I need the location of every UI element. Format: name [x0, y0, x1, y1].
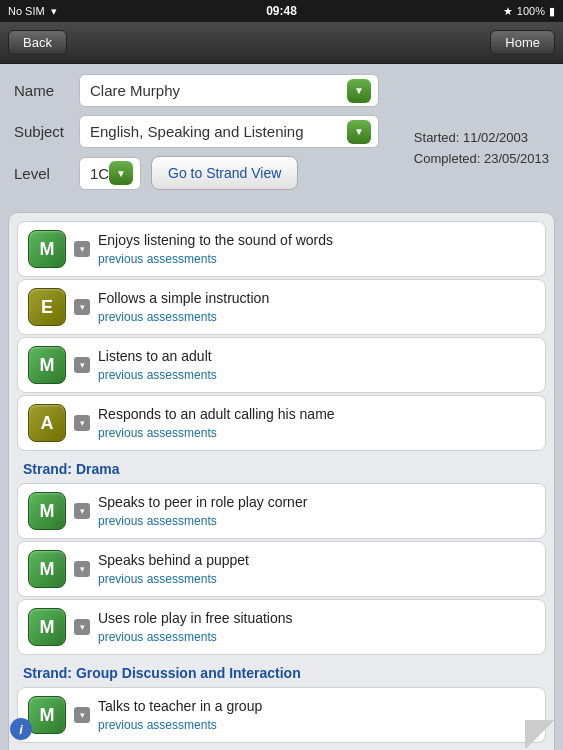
strand-view-button[interactable]: Go to Strand View — [151, 156, 298, 190]
level-controls: 1C ▼ Go to Strand View — [79, 156, 298, 190]
item-title: Follows a simple instruction — [98, 289, 535, 307]
battery-graphic: ▮ — [549, 5, 555, 18]
item-text-area: Responds to an adult calling his namepre… — [98, 405, 535, 441]
status-bar: No SIM ▾ 09:48 ★ 100% ▮ — [0, 0, 563, 22]
item-text-area: Uses role play in free situationspreviou… — [98, 609, 535, 645]
item-title: Talks to teacher in a group — [98, 697, 535, 715]
chevron-down-icon[interactable]: ▾ — [74, 707, 90, 723]
previous-assessments-link[interactable]: previous assessments — [98, 368, 217, 382]
list-item: M▾Listens to an adultprevious assessment… — [17, 337, 546, 393]
assessment-badge: M — [28, 550, 66, 588]
previous-assessments-link[interactable]: previous assessments — [98, 310, 217, 324]
previous-assessments-link[interactable]: previous assessments — [98, 572, 217, 586]
wifi-icon: ▾ — [51, 5, 57, 18]
started-label: Started: 11/02/2003 — [414, 128, 549, 149]
item-title: Responds to an adult calling his name — [98, 405, 535, 423]
item-title: Speaks behind a puppet — [98, 551, 535, 569]
subject-select-wrapper: English, Speaking and Listening ▼ — [79, 115, 379, 148]
item-title: Listens to an adult — [98, 347, 535, 365]
status-right: ★ 100% ▮ — [503, 5, 555, 18]
strand-label: Strand: Drama — [9, 453, 554, 481]
form-area: Name Clare Murphy ▼ Subject English, Spe… — [0, 64, 563, 208]
assessment-list[interactable]: M▾Enjoys listening to the sound of words… — [8, 212, 555, 750]
chevron-down-icon[interactable]: ▾ — [74, 561, 90, 577]
assessment-badge: M — [28, 696, 66, 734]
list-item: M▾Enjoys listening to the sound of words… — [17, 221, 546, 277]
assessment-badge: M — [28, 492, 66, 530]
previous-assessments-link[interactable]: previous assessments — [98, 718, 217, 732]
item-title: Uses role play in free situations — [98, 609, 535, 627]
battery-label: 100% — [517, 5, 545, 17]
item-text-area: Speaks behind a puppetprevious assessmen… — [98, 551, 535, 587]
chevron-down-icon[interactable]: ▾ — [74, 619, 90, 635]
level-select-wrapper: 1C ▼ — [79, 157, 141, 190]
item-text-area: Talks to teacher in a groupprevious asse… — [98, 697, 535, 733]
list-item: M▾Talks to teacher in a groupprevious as… — [17, 687, 546, 743]
item-text-area: Speaks to peer in role play cornerprevio… — [98, 493, 535, 529]
list-item: E▾Follows a simple instructionprevious a… — [17, 279, 546, 335]
assessment-badge: M — [28, 608, 66, 646]
previous-assessments-link[interactable]: previous assessments — [98, 426, 217, 440]
item-text-area: Enjoys listening to the sound of wordspr… — [98, 231, 535, 267]
item-title: Enjoys listening to the sound of words — [98, 231, 535, 249]
home-button[interactable]: Home — [490, 30, 555, 55]
list-item: M▾Speaks behind a puppetprevious assessm… — [17, 541, 546, 597]
previous-assessments-link[interactable]: previous assessments — [98, 514, 217, 528]
back-button[interactable]: Back — [8, 30, 67, 55]
assessment-badge: M — [28, 346, 66, 384]
info-icon[interactable]: i — [10, 718, 32, 740]
strand-label: Strand: Group Discussion and Interaction — [9, 657, 554, 685]
nav-bar: Back Home — [0, 22, 563, 64]
status-time: 09:48 — [266, 4, 297, 18]
assessment-badge: E — [28, 288, 66, 326]
carrier-label: No SIM — [8, 5, 45, 17]
item-text-area: Listens to an adultprevious assessments — [98, 347, 535, 383]
chevron-down-icon[interactable]: ▾ — [74, 299, 90, 315]
status-left: No SIM ▾ — [8, 5, 57, 18]
name-label: Name — [14, 82, 79, 99]
chevron-down-icon[interactable]: ▾ — [74, 503, 90, 519]
battery-icon: ★ — [503, 5, 513, 18]
completed-label: Completed: 23/05/2013 — [414, 149, 549, 170]
chevron-down-icon[interactable]: ▾ — [74, 241, 90, 257]
chevron-down-icon[interactable]: ▾ — [74, 415, 90, 431]
previous-assessments-link[interactable]: previous assessments — [98, 252, 217, 266]
previous-assessments-link[interactable]: previous assessments — [98, 630, 217, 644]
dates-area: Started: 11/02/2003 Completed: 23/05/201… — [414, 128, 549, 170]
item-title: Speaks to peer in role play corner — [98, 493, 535, 511]
name-select[interactable]: Clare Murphy — [79, 74, 379, 107]
assessment-badge: A — [28, 404, 66, 442]
name-select-wrapper: Clare Murphy ▼ — [79, 74, 379, 107]
subject-select[interactable]: English, Speaking and Listening — [79, 115, 379, 148]
list-item: M▾Speaks to peer in role play cornerprev… — [17, 483, 546, 539]
list-item: A▾Responds to an adult calling his namep… — [17, 395, 546, 451]
list-item: M▾Uses role play in free situationsprevi… — [17, 599, 546, 655]
subject-label: Subject — [14, 123, 79, 140]
chevron-down-icon[interactable]: ▾ — [74, 357, 90, 373]
item-text-area: Follows a simple instructionprevious ass… — [98, 289, 535, 325]
name-row: Name Clare Murphy ▼ — [14, 74, 549, 107]
level-select[interactable]: 1C — [79, 157, 141, 190]
level-label: Level — [14, 165, 79, 182]
assessment-badge: M — [28, 230, 66, 268]
